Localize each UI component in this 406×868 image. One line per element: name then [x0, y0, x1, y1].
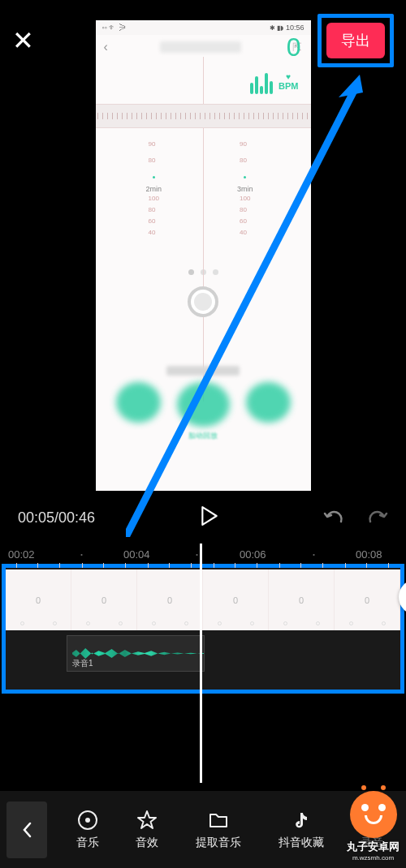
undo-button[interactable]	[323, 507, 344, 528]
video-preview[interactable]: ◦◦ ᯤ ⚞ ✱ ▮◗ 10:56 ‹ ⇱ ♥ BPM 90	[96, 20, 311, 491]
playhead[interactable]	[200, 544, 202, 783]
export-highlight: 导出	[317, 14, 394, 67]
close-button[interactable]: ✕	[12, 25, 34, 56]
svg-point-3	[85, 818, 90, 823]
preview-record-button	[188, 286, 218, 317]
toolbar-douyin[interactable]: 抖音收藏	[279, 810, 324, 850]
preview-chart-1: 90 80 2min 90 80 3min	[96, 128, 311, 193]
audio-clip[interactable]: 录音1	[67, 635, 205, 672]
toolbar-sfx[interactable]: 音效	[136, 810, 158, 850]
toolbar-extract[interactable]: 提取音乐	[196, 810, 241, 850]
preview-back-icon: ‹	[104, 40, 108, 54]
watermark-logo	[350, 791, 397, 838]
time-display: 00:05/00:46	[18, 509, 95, 526]
preview-label-blur	[166, 366, 240, 376]
watermark: 丸子安卓网 m.wzsmh.com	[347, 791, 400, 862]
preview-waveform	[96, 104, 311, 128]
toolbar-music[interactable]: 音乐	[76, 810, 99, 850]
preview-title-blur	[160, 41, 241, 53]
music-icon	[77, 810, 98, 831]
folder-icon	[208, 810, 229, 831]
star-icon	[136, 810, 158, 831]
douyin-icon	[291, 810, 312, 831]
play-button[interactable]	[201, 505, 218, 530]
export-button[interactable]: 导出	[326, 23, 385, 58]
toolbar-back-button[interactable]	[6, 801, 47, 858]
preview-counter: 0	[287, 32, 301, 62]
preview-bottom-circles	[96, 382, 311, 427]
phone-status-bar: ◦◦ ᯤ ⚞ ✱ ▮◗ 10:56	[96, 20, 311, 35]
heart-icon: ♥	[286, 72, 291, 81]
timeline-highlight: 0 0 0 0 0 0 + 录音1	[2, 564, 404, 694]
preview-chart-2: 100 80 60 40 100 80 60 40 0	[96, 193, 311, 258]
video-track[interactable]: 0 0 0 0 0 0 +	[6, 569, 400, 630]
redo-button[interactable]	[367, 507, 388, 528]
bottom-toolbar: 音乐 音效 提取音乐 抖音收藏 录音	[0, 791, 406, 868]
timeline-ruler[interactable]: 00:02 · 00:04 · 00:06 · 00:08	[0, 544, 406, 564]
audio-clip-label: 录音1	[72, 658, 93, 669]
